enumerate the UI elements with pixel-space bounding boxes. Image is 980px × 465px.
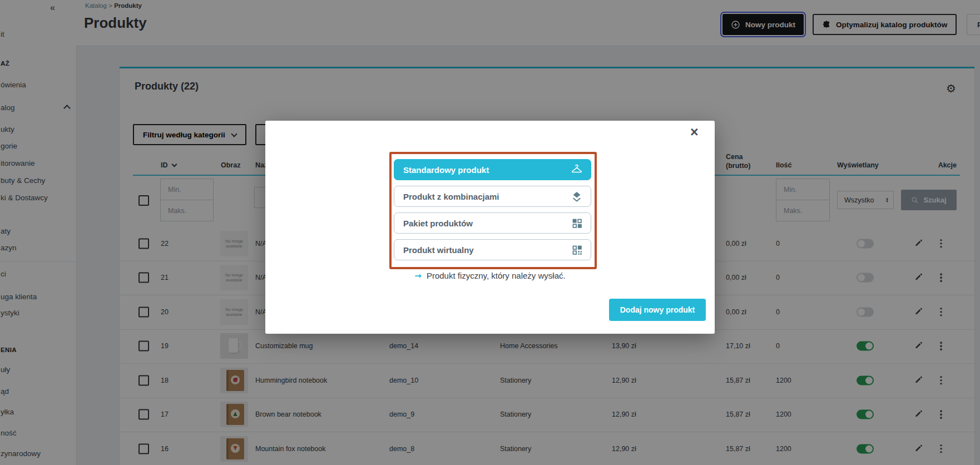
page: « it AŻ ówienia alog ukty gorie itorowan… <box>0 0 980 465</box>
option-pack-of-products[interactable]: Pakiet produktów <box>394 212 591 234</box>
hanger-icon <box>571 164 583 176</box>
pack-grid-icon <box>571 217 583 229</box>
hint-text: Produkt fizyczny, który należy wysłać. <box>427 271 566 280</box>
arrow-right-icon: → <box>414 271 422 281</box>
option-virtual-label: Produkt wirtualny <box>403 245 474 255</box>
option-standard-label: Standardowy produkt <box>403 165 489 175</box>
option-pack-label: Pakiet produktów <box>403 219 473 228</box>
add-new-product-button[interactable]: Dodaj nowy produkt <box>609 299 706 321</box>
product-type-selection-box: Standardowy produkt Produkt z kombinacja… <box>389 152 597 269</box>
combinations-icon <box>571 190 583 202</box>
product-type-hint: →Produkt fizyczny, który należy wysłać. <box>265 271 715 281</box>
option-standard-product[interactable]: Standardowy produkt <box>394 159 591 180</box>
virtual-qr-icon <box>571 244 583 256</box>
option-virtual-product[interactable]: Produkt wirtualny <box>394 239 591 260</box>
close-icon[interactable]: × <box>690 124 699 140</box>
option-combinations-product[interactable]: Produkt z kombinacjami <box>394 186 591 207</box>
new-product-modal: × Standardowy produkt Produkt z kombinac… <box>265 121 715 334</box>
option-combinations-label: Produkt z kombinacjami <box>403 192 499 201</box>
